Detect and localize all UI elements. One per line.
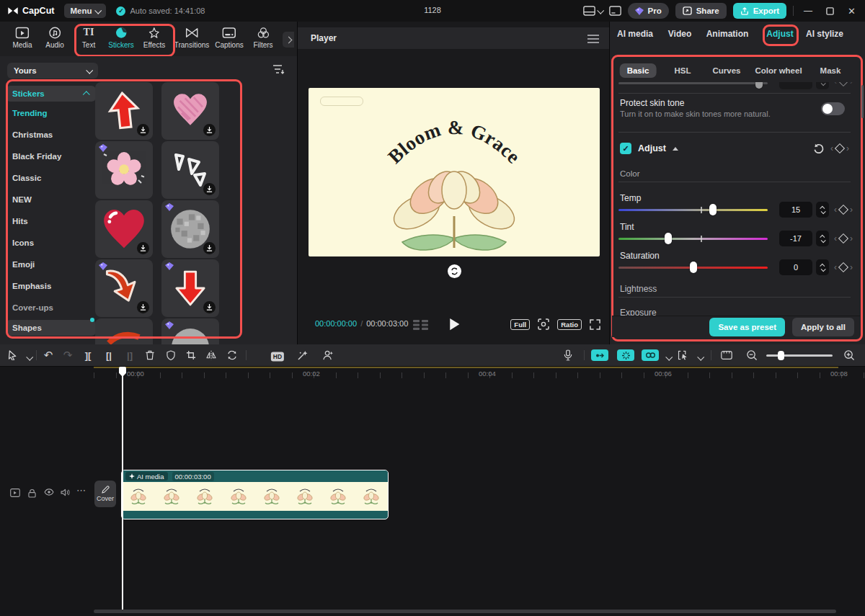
sidebar-item-shapes[interactable]: Shapes — [6, 320, 96, 336]
ratio-button[interactable]: Ratio — [557, 319, 582, 330]
tab-media[interactable]: Media — [12, 27, 32, 49]
saturation-slider-thumb[interactable] — [690, 262, 697, 273]
playhead-line[interactable] — [122, 367, 123, 610]
undo-button[interactable]: ↶ — [44, 349, 53, 362]
sticker-pink-flower[interactable] — [95, 141, 153, 199]
sticker-partial-2[interactable] — [161, 318, 219, 344]
tab-stickers[interactable]: Stickers — [108, 27, 134, 49]
lock-track-icon[interactable] — [28, 488, 36, 498]
replace-icon[interactable] — [227, 351, 237, 360]
save-as-preset-button[interactable]: Save as preset — [709, 318, 785, 336]
prev-keyframe[interactable]: ‹ — [830, 143, 833, 153]
sidebar-item-cover-ups[interactable]: Cover-ups — [6, 300, 96, 316]
linkage-chevron[interactable] — [665, 354, 673, 361]
pro-button[interactable]: Pro — [628, 3, 669, 19]
export-button[interactable]: Export — [733, 3, 786, 19]
share-button[interactable]: Share — [675, 3, 727, 19]
select-mode-icon[interactable] — [678, 351, 689, 360]
saturation-keyframe[interactable]: ‹› — [834, 259, 859, 275]
download-icon[interactable] — [203, 301, 216, 313]
pointer-mode-chevron[interactable] — [26, 354, 33, 361]
snap-magnet-button[interactable] — [591, 349, 608, 361]
hide-track-icon[interactable] — [44, 488, 54, 496]
maximize-button[interactable] — [826, 7, 834, 15]
subtab-curves[interactable]: Curves — [706, 63, 748, 78]
sidebar-item-icons[interactable]: Icons — [6, 235, 96, 251]
sidebar-item-emoji[interactable]: Emoji — [6, 256, 96, 272]
sidebar-item-hits[interactable]: Hits — [6, 213, 96, 229]
tint-value[interactable]: -17 — [779, 231, 812, 246]
subtab-hsl[interactable]: HSL — [667, 63, 698, 78]
mirror-icon[interactable] — [206, 351, 216, 360]
protect-skin-tone-toggle[interactable] — [821, 102, 845, 115]
mask-shield-icon[interactable] — [167, 350, 175, 360]
download-icon[interactable] — [203, 183, 216, 195]
subtab-basic[interactable]: Basic — [620, 63, 657, 78]
sticker-partial-1[interactable] — [95, 318, 153, 344]
preview-axis-button[interactable] — [617, 349, 634, 361]
tab-video[interactable]: Video — [668, 29, 691, 39]
zoom-slider-thumb[interactable] — [778, 351, 784, 360]
timeline-zoom-slider[interactable] — [766, 354, 833, 357]
track-more-icon[interactable]: ⋯ — [76, 485, 86, 496]
cover-button[interactable]: Cover — [94, 481, 116, 507]
temp-slider-thumb[interactable] — [709, 204, 717, 215]
track-type-icon[interactable] — [10, 488, 20, 497]
tint-stepper[interactable] — [816, 231, 829, 246]
voiceover-mic-icon[interactable] — [564, 350, 572, 361]
pointer-tool-icon[interactable] — [9, 350, 18, 360]
redo-button[interactable]: ↷ — [63, 349, 73, 362]
sticker-white-triangles[interactable] — [161, 141, 219, 199]
sticker-red-glossy-heart[interactable] — [95, 200, 153, 258]
apply-to-all-button[interactable]: Apply to all — [792, 318, 854, 336]
close-button[interactable]: ✕ — [844, 6, 859, 17]
fullscreen-icon[interactable] — [590, 319, 600, 330]
download-icon[interactable] — [203, 242, 216, 254]
menu-button[interactable]: Menu — [64, 4, 106, 18]
delete-icon[interactable] — [146, 350, 155, 360]
sidebar-item-new[interactable]: NEW — [6, 192, 96, 207]
download-icon[interactable] — [137, 242, 149, 254]
play-button[interactable] — [449, 318, 460, 331]
tab-transitions[interactable]: Transitions — [174, 27, 210, 49]
temp-value[interactable]: 15 — [779, 202, 812, 218]
subtab-color-wheel[interactable]: Color wheel — [748, 63, 809, 78]
next-keyframe[interactable]: › — [846, 143, 849, 153]
tab-audio[interactable]: Audio — [45, 27, 64, 49]
delete-left-button[interactable]: [| — [106, 350, 112, 361]
focus-frame-icon[interactable] — [538, 318, 549, 330]
tab-filters[interactable]: Filters — [253, 27, 272, 49]
minimize-button[interactable]: — — [800, 6, 816, 16]
tab-animation[interactable]: Animation — [706, 29, 749, 39]
select-mode-chevron[interactable] — [697, 354, 704, 361]
enhance-wand-icon[interactable] — [298, 350, 308, 360]
sticker-red-arrow-up[interactable] — [95, 82, 153, 140]
download-icon[interactable] — [203, 124, 216, 136]
yours-dropdown[interactable]: Yours — [7, 63, 98, 79]
tab-ai-stylize[interactable]: AI stylize — [806, 29, 843, 39]
mute-track-icon[interactable] — [61, 488, 70, 496]
collapse-triangle-icon[interactable] — [673, 147, 678, 151]
sidebar-item-stickers[interactable]: Stickers — [6, 86, 96, 102]
frame-grid-icon[interactable] — [413, 320, 429, 330]
tint-slider-thumb[interactable] — [665, 233, 672, 244]
tab-effects[interactable]: Effects — [143, 27, 165, 49]
filter-sort-icon[interactable] — [272, 64, 285, 75]
sidebar-item-emphasis[interactable]: Emphasis — [6, 278, 96, 294]
render-preview-icon[interactable] — [721, 351, 732, 360]
download-icon[interactable] — [137, 301, 149, 313]
saturation-value[interactable]: 0 — [779, 259, 812, 275]
sidebar-item-trending[interactable]: Trending — [6, 105, 96, 121]
sidebar-item-classic[interactable]: Classic — [6, 170, 96, 186]
panel-arrangement-icon[interactable] — [609, 6, 621, 16]
auto-linkage-button[interactable] — [642, 349, 659, 361]
tab-adjust[interactable]: Adjust — [766, 29, 793, 39]
sidebar-item-christmas[interactable]: Christmas — [6, 127, 96, 143]
download-icon[interactable] — [137, 124, 149, 136]
expand-tabs-button[interactable] — [283, 32, 294, 48]
sticker-pink-scribble-heart[interactable] — [161, 82, 219, 140]
crop-icon[interactable] — [186, 350, 196, 360]
sticker-red-arrow-down[interactable] — [161, 259, 219, 317]
tab-text[interactable]: TI Text — [82, 27, 95, 49]
split-button[interactable]: ][ — [85, 350, 92, 361]
